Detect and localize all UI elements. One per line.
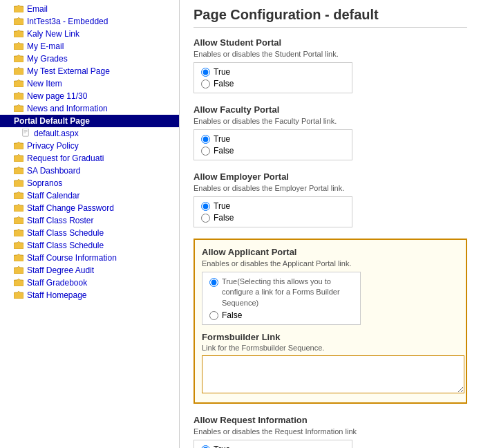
sidebar-link-staff-degree-audit[interactable]: Staff Degree Audit xyxy=(27,265,94,275)
section-student-portal: Allow Student Portal Enables or disables… xyxy=(194,37,467,93)
sidebar-link-privacy[interactable]: Privacy Policy xyxy=(27,141,79,151)
sidebar-link-newsinfo[interactable]: News and Information xyxy=(27,104,108,113)
sidebar-link-staff-change-pwd[interactable]: Staff Change Password xyxy=(27,203,114,213)
svg-rect-20 xyxy=(14,230,23,236)
folder-icon xyxy=(14,191,25,200)
sidebar-item-staff-course-info[interactable]: Staff Course Information xyxy=(0,252,179,264)
sidebar-link-mygrades[interactable]: My Grades xyxy=(27,54,68,64)
sidebar-link-email[interactable]: Email xyxy=(27,4,48,14)
sidebar-item-staff-degree-audit[interactable]: Staff Degree Audit xyxy=(0,264,179,277)
folder-icon xyxy=(14,79,25,88)
svg-rect-13 xyxy=(14,143,23,149)
radio-label-applicant-true: True(Selecting this allows you to config… xyxy=(222,277,353,308)
folder-icon xyxy=(14,17,25,26)
folder-icon xyxy=(14,253,25,263)
sidebar-link-kaly[interactable]: Kaly New Link xyxy=(27,29,79,39)
sidebar-link-request-grad[interactable]: Request for Graduati xyxy=(27,153,104,163)
radio-faculty-true[interactable] xyxy=(201,135,210,144)
radio-box-request-info: True False xyxy=(194,440,352,448)
radio-label-student-false: False xyxy=(214,79,234,88)
svg-rect-3 xyxy=(14,44,23,50)
sidebar-item-newpage[interactable]: New page 11/30 xyxy=(0,90,179,102)
radio-row-applicant-true: True(Selecting this allows you to config… xyxy=(209,277,353,308)
radio-employer-true[interactable] xyxy=(201,202,210,211)
sidebar-item-staff-class-sched2[interactable]: Staff Class Schedule xyxy=(0,239,179,252)
svg-rect-8 xyxy=(14,106,23,112)
radio-label-employer-false: False xyxy=(214,213,234,223)
sidebar-item-sopranos[interactable]: Sopranos xyxy=(0,177,179,189)
sidebar-item-mygrades[interactable]: My Grades xyxy=(0,53,179,65)
section-title-faculty-portal: Allow Faculty Portal xyxy=(194,104,467,115)
section-faculty-portal: Allow Faculty Portal Enables or disables… xyxy=(194,104,467,160)
sidebar-item-staff-class-sched1[interactable]: Staff Class Schedule xyxy=(0,227,179,239)
sidebar-link-staff-class-sched1[interactable]: Staff Class Schedule xyxy=(27,228,104,238)
sidebar-item-staff-class-roster[interactable]: Staff Class Roster xyxy=(0,214,179,227)
sidebar-item-newitem[interactable]: New Item xyxy=(0,77,179,90)
sidebar-link-staff-calendar[interactable]: Staff Calendar xyxy=(27,191,80,200)
svg-rect-22 xyxy=(14,255,23,261)
svg-rect-21 xyxy=(14,243,23,249)
svg-rect-6 xyxy=(14,81,23,87)
radio-row-employer-false: False xyxy=(201,213,345,223)
sidebar-item-email[interactable]: Email xyxy=(0,3,179,15)
sidebar-link-newpage[interactable]: New page 11/30 xyxy=(27,91,87,101)
radio-box-applicant-portal: True(Selecting this allows you to config… xyxy=(202,272,361,325)
sidebar-item-staff-homepage[interactable]: Staff Homepage xyxy=(0,289,179,301)
svg-rect-25 xyxy=(14,292,23,299)
sidebar-item-default-aspx[interactable]: default.aspx xyxy=(0,127,179,140)
sidebar-item-portal-default[interactable]: Portal Default Page xyxy=(0,115,179,127)
radio-label-faculty-false: False xyxy=(214,146,234,156)
section-title-student-portal: Allow Student Portal xyxy=(194,37,467,48)
sidebar-item-staff-calendar[interactable]: Staff Calendar xyxy=(0,189,179,202)
folder-icon xyxy=(14,228,25,238)
sidebar-link-staff-course-info[interactable]: Staff Course Information xyxy=(27,253,117,263)
sidebar-item-sa-dashboard[interactable]: SA Dashboard xyxy=(0,165,179,177)
sidebar-link-myemail[interactable]: My E-mail xyxy=(27,41,64,51)
sidebar-item-privacy[interactable]: Privacy Policy xyxy=(0,140,179,152)
folder-icon xyxy=(14,278,25,288)
radio-faculty-false[interactable] xyxy=(201,147,210,156)
radio-row-student-false: False xyxy=(201,79,345,88)
folder-icon xyxy=(14,54,25,64)
folder-icon xyxy=(14,104,25,113)
radio-student-false[interactable] xyxy=(201,80,210,88)
radio-applicant-true[interactable] xyxy=(209,278,218,287)
sidebar-item-inttest3a[interactable]: IntTest3a - Embedded xyxy=(0,15,179,28)
main-content: Page Configuration - default Allow Stude… xyxy=(180,0,481,448)
radio-student-true[interactable] xyxy=(201,68,210,77)
radio-row-student-true: True xyxy=(201,67,345,77)
section-desc-faculty-portal: Enables or disables the Faculty Portal l… xyxy=(194,117,467,125)
radio-box-employer-portal: True False xyxy=(194,196,352,227)
sidebar-item-request-grad[interactable]: Request for Graduati xyxy=(0,152,179,165)
svg-rect-15 xyxy=(14,168,23,174)
radio-request-true[interactable] xyxy=(201,445,210,448)
folder-icon xyxy=(14,166,25,176)
sidebar-link-staff-gradebook[interactable]: Staff Gradebook xyxy=(27,278,87,288)
radio-employer-false[interactable] xyxy=(201,214,210,223)
folder-icon xyxy=(14,66,25,76)
section-desc-employer-portal: Enables or disables the Employer Portal … xyxy=(194,184,467,192)
sidebar-link-default-aspx[interactable]: default.aspx xyxy=(34,129,79,138)
svg-rect-18 xyxy=(14,205,23,212)
sidebar-item-kaly-new-link[interactable]: Kaly New Link xyxy=(0,28,179,40)
sidebar-item-mytest[interactable]: My Test External Page xyxy=(0,65,179,77)
formsbuilder-input[interactable] xyxy=(202,355,464,393)
sidebar-item-newsinfo[interactable]: News and Information xyxy=(0,102,179,115)
sidebar-link-staff-class-roster[interactable]: Staff Class Roster xyxy=(27,216,93,225)
svg-rect-19 xyxy=(14,218,23,224)
sidebar-link-newitem[interactable]: New Item xyxy=(27,79,62,88)
sidebar-link-sa-dashboard[interactable]: SA Dashboard xyxy=(27,166,80,176)
radio-box-faculty-portal: True False xyxy=(194,129,352,160)
radio-applicant-false[interactable] xyxy=(209,311,218,320)
sidebar-link-staff-class-sched2[interactable]: Staff Class Schedule xyxy=(27,241,104,250)
sidebar-item-staff-change-pwd[interactable]: Staff Change Password xyxy=(0,202,179,214)
sidebar-item-myemail[interactable]: My E-mail xyxy=(0,40,179,53)
sidebar-link-inttest3a[interactable]: IntTest3a - Embedded xyxy=(27,17,108,26)
formsbuilder-title: Formsbuilder Link xyxy=(202,332,459,342)
sidebar-link-sopranos[interactable]: Sopranos xyxy=(27,178,62,188)
sidebar-link-mytest[interactable]: My Test External Page xyxy=(27,66,110,76)
radio-box-student-portal: True False xyxy=(194,62,352,93)
sidebar-item-staff-gradebook[interactable]: Staff Gradebook xyxy=(0,277,179,289)
radio-row-faculty-true: True xyxy=(201,134,345,144)
sidebar-link-staff-homepage[interactable]: Staff Homepage xyxy=(27,290,87,300)
